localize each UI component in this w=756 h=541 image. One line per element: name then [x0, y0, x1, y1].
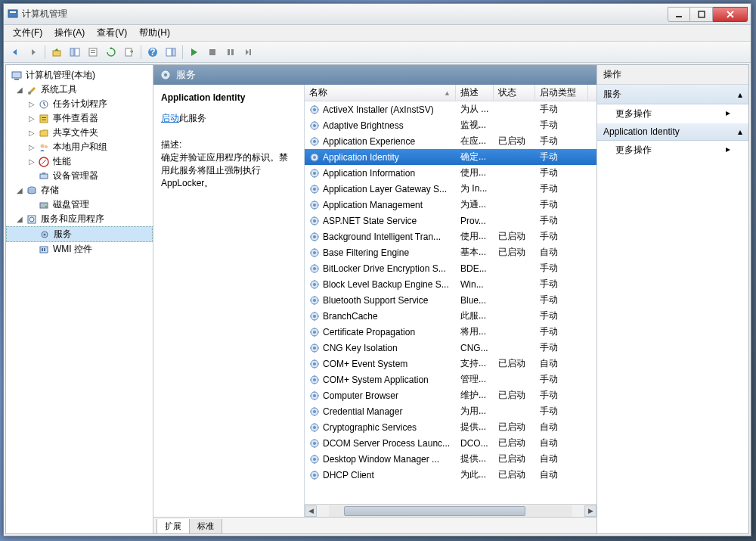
tree-performance[interactable]: ▷ 性能	[6, 154, 153, 169]
service-row[interactable]: Application Management为通...手动	[305, 197, 596, 213]
col-status[interactable]: 状态	[494, 85, 535, 101]
service-row[interactable]: COM+ System Application管理...手动	[305, 372, 596, 387]
menu-help[interactable]: 帮助(H)	[133, 25, 176, 41]
svg-rect-14	[172, 48, 175, 56]
horizontal-scrollbar[interactable]: ◀ ▶	[305, 504, 596, 517]
col-desc[interactable]: 描述	[456, 85, 494, 101]
tree-local-users[interactable]: ▷ 本地用户和组	[6, 140, 153, 154]
svg-point-33	[45, 206, 47, 207]
forward-button[interactable]	[25, 44, 42, 61]
service-row[interactable]: COM+ Event System支持...已启动自动	[305, 356, 596, 372]
tree-device-manager[interactable]: 设备管理器	[6, 169, 153, 183]
help-button[interactable]: ?	[144, 44, 161, 61]
action-section-selected[interactable]: Application Identity ▴	[597, 123, 748, 141]
tree-system-tools[interactable]: ◢ 系统工具	[6, 82, 153, 97]
service-row[interactable]: Cryptographic Services提供...已启动自动	[305, 419, 596, 435]
gear-icon	[309, 406, 320, 417]
scroll-left-button[interactable]: ◀	[305, 505, 317, 517]
service-row[interactable]: Adaptive Brightness监视...手动	[305, 117, 596, 133]
tree-wmi[interactable]: WMI 控件	[6, 242, 153, 257]
action-more-1[interactable]: 更多操作 ▸	[597, 104, 748, 123]
scroll-right-button[interactable]: ▶	[584, 505, 596, 517]
service-row[interactable]: Application Experience在应...已启动手动	[305, 133, 596, 149]
col-startup[interactable]: 启动类型	[535, 85, 588, 101]
main-window: 计算机管理 文件(F) 操作(A) 查看(V) 帮助(H) ?	[3, 3, 751, 536]
service-row[interactable]: BranchCache此服...手动	[305, 308, 596, 324]
collapse-icon[interactable]: ◢	[15, 86, 24, 94]
col-name[interactable]: 名称▲	[305, 85, 456, 101]
tree-shared-folders[interactable]: ▷ 共享文件夹	[6, 126, 153, 140]
service-row[interactable]: Credential Manager为用...手动	[305, 403, 596, 419]
menu-file[interactable]: 文件(F)	[7, 25, 48, 41]
cell-status: 已启动	[494, 389, 535, 402]
service-row[interactable]: CNG Key IsolationCNG...手动	[305, 340, 596, 356]
export-button[interactable]	[121, 44, 138, 61]
tab-standard[interactable]: 标准	[189, 519, 222, 534]
tree-services-apps[interactable]: ◢ 服务和应用程序	[6, 212, 153, 226]
pause-service-button[interactable]	[222, 44, 239, 61]
collapse-icon[interactable]: ◢	[15, 186, 24, 194]
service-row[interactable]: Application Information使用...手动	[305, 165, 596, 181]
service-row[interactable]: Computer Browser维护...已启动手动	[305, 387, 596, 403]
list-header: 名称▲ 描述 状态 启动类型	[305, 85, 596, 101]
action-section-services[interactable]: 服务 ▴	[597, 85, 748, 104]
svg-point-60	[313, 235, 316, 238]
collapse-icon[interactable]: ◢	[15, 215, 24, 223]
tree-storage[interactable]: ◢ 存储	[6, 183, 153, 197]
svg-rect-13	[166, 48, 172, 56]
minimize-button[interactable]	[668, 7, 690, 22]
tab-extended[interactable]: 扩展	[156, 519, 190, 534]
tree-pane[interactable]: 计算机管理(本地) ◢ 系统工具 ▷ 任务计划程序 ▷ 事件查看器 ▷ 共享文件…	[6, 65, 153, 533]
restart-service-button[interactable]	[240, 44, 257, 61]
expand-icon[interactable]: ▷	[27, 143, 36, 151]
list-body[interactable]: ActiveX Installer (AxInstSV)为从 ...手动Adap…	[305, 101, 596, 504]
refresh-button[interactable]	[103, 44, 119, 61]
properties-button[interactable]	[85, 44, 101, 61]
back-button[interactable]	[7, 44, 23, 61]
service-row[interactable]: BitLocker Drive Encryption S...BDE...手动	[305, 260, 596, 276]
tree-task-scheduler[interactable]: ▷ 任务计划程序	[6, 97, 153, 111]
service-row[interactable]: ActiveX Installer (AxInstSV)为从 ...手动	[305, 101, 596, 117]
close-button[interactable]	[713, 7, 748, 22]
titlebar[interactable]: 计算机管理	[4, 4, 751, 25]
service-row[interactable]: Desktop Window Manager ...提供...已启动自动	[305, 451, 596, 467]
service-row[interactable]: Application Identity确定...手动	[305, 149, 596, 165]
service-row[interactable]: Certificate Propagation将用...手动	[305, 324, 596, 340]
services-header: 服务	[153, 65, 596, 85]
tree-disk-mgmt[interactable]: 磁盘管理	[6, 197, 153, 212]
tree-label: 设备管理器	[51, 169, 98, 182]
start-link[interactable]: 启动	[161, 113, 179, 123]
expand-icon[interactable]: ▷	[27, 114, 36, 123]
svg-point-54	[313, 188, 316, 191]
stop-service-button[interactable]	[204, 44, 221, 61]
expand-icon[interactable]: ▷	[27, 100, 36, 108]
menu-action[interactable]: 操作(A)	[48, 25, 91, 41]
expand-icon[interactable]: ▷	[27, 157, 36, 166]
maximize-button[interactable]	[690, 7, 713, 22]
selected-service-name: Application Identity	[161, 92, 296, 103]
up-button[interactable]	[48, 44, 65, 61]
tree-event-viewer[interactable]: ▷ 事件查看器	[6, 111, 153, 126]
service-row[interactable]: Background Intelligent Tran...使用...已启动手动	[305, 229, 596, 244]
service-row[interactable]: ASP.NET State ServiceProv...手动	[305, 213, 596, 229]
show-hide-tree-button[interactable]	[67, 44, 83, 61]
service-row[interactable]: Application Layer Gateway S...为 In...手动	[305, 181, 596, 197]
start-service-button[interactable]	[186, 44, 203, 61]
service-row[interactable]: DCOM Server Process Launc...DCO...已启动自动	[305, 435, 596, 451]
tree-root[interactable]: 计算机管理(本地)	[6, 68, 153, 82]
svg-point-64	[313, 267, 316, 270]
action-more-2[interactable]: 更多操作 ▸	[597, 141, 748, 160]
tree-services[interactable]: 服务	[6, 226, 153, 242]
expand-icon[interactable]: ▷	[27, 129, 36, 137]
collapse-icon: ▴	[738, 126, 742, 137]
cell-desc: 提供...	[456, 421, 494, 434]
service-row[interactable]: Block Level Backup Engine S...Win...手动	[305, 276, 596, 292]
cell-name: Background Intelligent Tran...	[305, 232, 456, 242]
scroll-thumb[interactable]	[344, 506, 525, 516]
menu-view[interactable]: 查看(V)	[91, 25, 133, 41]
scroll-track[interactable]	[329, 505, 572, 517]
service-row[interactable]: Base Filtering Engine基本...已启动自动	[305, 244, 596, 260]
service-row[interactable]: DHCP Client为此...已启动自动	[305, 467, 596, 483]
service-row[interactable]: Bluetooth Support ServiceBlue...手动	[305, 292, 596, 308]
action-pane-button[interactable]	[163, 44, 179, 61]
